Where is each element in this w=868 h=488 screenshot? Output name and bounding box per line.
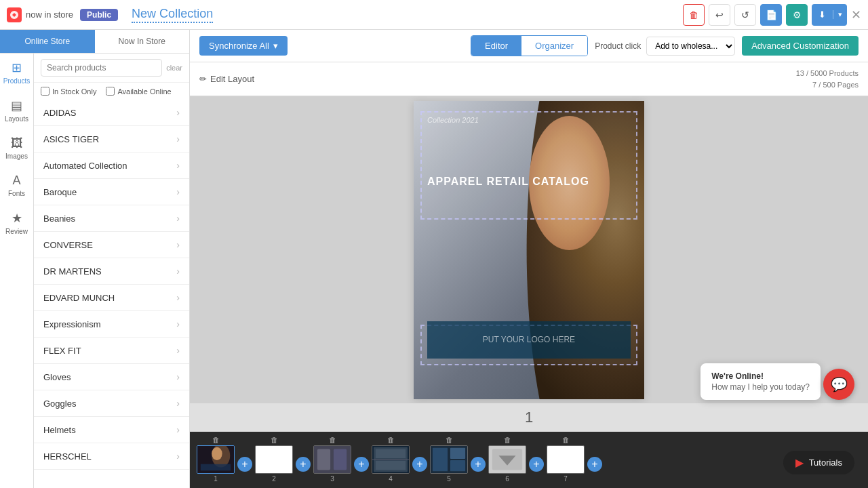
redo-button[interactable]: ↺ [734,4,756,26]
filmstrip-item-4: 🗑 4 [372,437,410,483]
list-item[interactable]: Helmets › [34,417,189,443]
edit-layout-bar: ✏ Edit Layout 13 / 5000 Products 7 / 500… [190,62,868,96]
sidebar-item-products[interactable]: ⊞ Products [0,54,34,92]
top-bar: now in store Public New Collection 🗑 ↩ ↺… [0,0,868,30]
product-click-label: Product click [595,41,641,51]
film-num-1: 1 [214,475,218,483]
editor-tab[interactable]: Editor [471,36,521,56]
film-num-3: 3 [330,475,334,483]
list-item[interactable]: CONVERSE › [34,232,189,258]
film-add-after-1[interactable]: + [237,457,252,472]
film-num-4: 4 [389,475,393,483]
film-thumb-4[interactable] [372,445,410,474]
canvas-area: Collection 2021 APPAREL RETAIL CATALOG P… [190,96,868,403]
film-num-7: 7 [564,475,568,483]
list-item[interactable]: Baroque › [34,179,189,205]
list-item[interactable]: ASICS TIGER › [34,126,189,152]
organizer-tab[interactable]: Organizer [521,36,587,56]
list-item[interactable]: FLEX FIT › [34,338,189,364]
product-count-info: 13 / 5000 Products 7 / 500 Pages [796,68,859,90]
sidebar-content: ⊞ Products ▤ Layouts 🖼 Images A Fonts ★ [0,54,189,488]
film-thumb-2[interactable] [255,445,293,474]
filmstrip-item-3: 🗑 3 [313,437,351,483]
tutorials-button[interactable]: ▶ Tutorials [783,451,854,474]
film-thumb-7[interactable] [547,445,585,474]
available-online-checkbox[interactable]: Available Online [106,87,171,96]
film-add-after-6[interactable]: + [529,457,544,472]
list-item[interactable]: HERSCHEL › [34,443,189,470]
film-add-after-4[interactable]: + [412,457,427,472]
close-button[interactable]: ✕ [851,7,861,22]
review-label: Review [5,228,28,235]
now-in-store-tab[interactable]: Now In Store [95,30,190,53]
products-icon: ⊞ [12,60,22,75]
chevron-right-icon: › [176,398,180,409]
film-add-after-7[interactable]: + [587,457,602,472]
chevron-right-icon: › [176,107,180,118]
list-item[interactable]: Goggles › [34,390,189,417]
filter-checkboxes: In Stock Only Available Online [34,83,189,100]
settings-button[interactable]: ⚙ [786,4,808,26]
list-item[interactable]: Automated Collection › [34,152,189,179]
list-item[interactable]: Expressionism › [34,311,189,338]
delete-button[interactable]: 🗑 [683,4,705,26]
canvas-logo-text: PUT YOUR LOGO HERE [483,335,575,344]
film-thumb-3[interactable] [313,445,351,474]
tutorials-label: Tutorials [809,458,842,468]
products-label: Products [3,77,30,85]
online-store-tab[interactable]: Online Store [0,30,95,53]
film-delete-4[interactable]: 🗑 [387,436,395,444]
list-item[interactable]: Gloves › [34,364,189,390]
chevron-right-icon: › [176,213,180,224]
film-thumb-6[interactable] [488,445,526,474]
store-tabs: Online Store Now In Store [0,30,189,54]
synchronize-all-button[interactable]: Synchronize All ▾ [199,36,288,56]
canvas-catalog-title: APPAREL RETAIL CATALOG [427,176,589,188]
chevron-right-icon: › [176,345,180,356]
page-canvas[interactable]: Collection 2021 APPAREL RETAIL CATALOG P… [414,101,644,399]
canvas-logo-area[interactable]: PUT YOUR LOGO HERE [427,321,631,359]
film-delete-3[interactable]: 🗑 [329,436,336,444]
chat-avatar[interactable]: 💬 [823,369,854,400]
film-delete-5[interactable]: 🗑 [446,436,453,444]
undo-button[interactable]: ↩ [709,4,730,26]
film-add-after-3[interactable]: + [354,457,369,472]
download-button[interactable]: ⬇ ▾ [812,4,847,26]
chevron-right-icon: › [176,160,180,171]
list-item[interactable]: Beanies › [34,205,189,232]
film-thumb-5[interactable] [430,445,468,474]
sidebar-item-fonts[interactable]: A Fonts [0,167,34,204]
main-content: Synchronize All ▾ Editor Organizer Produ… [190,30,868,488]
chat-title: We're Online! [711,371,810,381]
film-num-5: 5 [447,475,451,483]
film-add-after-2[interactable]: + [296,457,311,472]
film-delete-7[interactable]: 🗑 [562,436,570,444]
list-item[interactable]: ADIDAS › [34,100,189,126]
advanced-customization-button[interactable]: Advanced Customization [742,36,859,56]
collection-title[interactable]: New Collection [132,7,213,23]
in-stock-checkbox[interactable]: In Stock Only [41,87,96,96]
svg-rect-11 [376,449,406,459]
film-thumb-1[interactable] [197,445,235,474]
film-delete-1[interactable]: 🗑 [212,436,220,444]
canvas-collection-year: Collection 2021 [427,116,479,124]
sidebar-item-layouts[interactable]: ▤ Layouts [0,92,34,129]
pencil-icon: ✏ [199,74,207,84]
sidebar-item-images[interactable]: 🖼 Images [0,129,34,167]
top-dashed-box[interactable] [420,111,637,220]
film-delete-6[interactable]: 🗑 [504,436,511,444]
filmstrip-item-6: 🗑 6 [488,437,526,483]
edit-layout-button[interactable]: ✏ Edit Layout [199,74,254,84]
sidebar-item-review[interactable]: ★ Review [0,204,34,242]
film-delete-2[interactable]: 🗑 [271,436,278,444]
chevron-right-icon: › [176,186,180,197]
search-input[interactable] [41,59,162,77]
page-button[interactable]: 📄 [760,4,782,26]
list-item[interactable]: EDVARD MUNCH › [34,285,189,311]
download-arrow: ▾ [833,10,847,19]
clear-search-button[interactable]: clear [166,64,182,72]
list-item[interactable]: DR MARTENS › [34,258,189,285]
film-add-after-5[interactable]: + [471,457,486,472]
product-click-select[interactable]: Add to wholesa... [646,37,735,56]
svg-rect-7 [334,449,347,470]
